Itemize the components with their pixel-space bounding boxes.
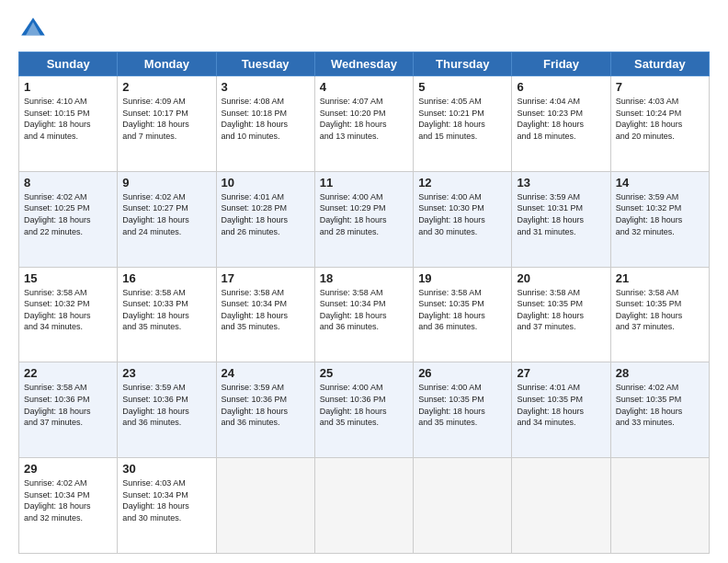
day-info: Sunrise: 4:00 AM Sunset: 10:29 PM Daylig… bbox=[320, 191, 408, 237]
day-number: 29 bbox=[24, 462, 112, 476]
day-number: 9 bbox=[122, 176, 210, 190]
day-number: 18 bbox=[320, 271, 408, 285]
day-info: Sunrise: 3:59 AM Sunset: 10:32 PM Daylig… bbox=[616, 191, 704, 237]
day-number: 20 bbox=[517, 271, 605, 285]
day-number: 5 bbox=[418, 80, 506, 94]
day-cell-25: 25Sunrise: 4:00 AM Sunset: 10:36 PM Dayl… bbox=[314, 362, 413, 458]
week-row-2: 8Sunrise: 4:02 AM Sunset: 10:25 PM Dayli… bbox=[19, 171, 710, 267]
week-row-3: 15Sunrise: 3:58 AM Sunset: 10:32 PM Dayl… bbox=[19, 267, 710, 362]
day-info: Sunrise: 3:58 AM Sunset: 10:32 PM Daylig… bbox=[24, 287, 112, 333]
day-info: Sunrise: 4:01 AM Sunset: 10:28 PM Daylig… bbox=[222, 191, 310, 237]
logo bbox=[18, 15, 51, 44]
calendar-body: 1Sunrise: 4:10 AM Sunset: 10:15 PM Dayli… bbox=[19, 76, 710, 554]
day-info: Sunrise: 4:00 AM Sunset: 10:36 PM Daylig… bbox=[320, 382, 408, 428]
empty-cell bbox=[414, 458, 512, 554]
day-number: 1 bbox=[24, 80, 112, 94]
day-info: Sunrise: 4:02 AM Sunset: 10:25 PM Daylig… bbox=[24, 191, 112, 237]
day-info: Sunrise: 4:00 AM Sunset: 10:35 PM Daylig… bbox=[418, 382, 506, 428]
day-number: 25 bbox=[320, 366, 408, 380]
day-info: Sunrise: 3:58 AM Sunset: 10:35 PM Daylig… bbox=[517, 287, 605, 333]
day-number: 28 bbox=[616, 366, 704, 380]
day-info: Sunrise: 4:07 AM Sunset: 10:20 PM Daylig… bbox=[320, 96, 408, 142]
day-info: Sunrise: 3:58 AM Sunset: 10:33 PM Daylig… bbox=[122, 287, 210, 333]
day-cell-15: 15Sunrise: 3:58 AM Sunset: 10:32 PM Dayl… bbox=[19, 267, 118, 362]
day-cell-9: 9Sunrise: 4:02 AM Sunset: 10:27 PM Dayli… bbox=[118, 171, 216, 267]
day-number: 10 bbox=[222, 176, 310, 190]
day-cell-26: 26Sunrise: 4:00 AM Sunset: 10:35 PM Dayl… bbox=[414, 362, 512, 458]
day-number: 11 bbox=[320, 176, 408, 190]
day-number: 21 bbox=[616, 271, 704, 285]
day-info: Sunrise: 4:05 AM Sunset: 10:21 PM Daylig… bbox=[418, 96, 506, 142]
day-number: 8 bbox=[24, 176, 112, 190]
day-info: Sunrise: 4:10 AM Sunset: 10:15 PM Daylig… bbox=[24, 96, 112, 142]
day-number: 3 bbox=[222, 80, 310, 94]
day-info: Sunrise: 4:01 AM Sunset: 10:35 PM Daylig… bbox=[517, 382, 605, 428]
day-cell-10: 10Sunrise: 4:01 AM Sunset: 10:28 PM Dayl… bbox=[216, 171, 314, 267]
day-info: Sunrise: 4:04 AM Sunset: 10:23 PM Daylig… bbox=[517, 96, 605, 142]
day-header-thursday: Thursday bbox=[414, 52, 512, 76]
day-cell-12: 12Sunrise: 4:00 AM Sunset: 10:30 PM Dayl… bbox=[414, 171, 512, 267]
day-info: Sunrise: 4:09 AM Sunset: 10:17 PM Daylig… bbox=[122, 96, 210, 142]
day-cell-8: 8Sunrise: 4:02 AM Sunset: 10:25 PM Dayli… bbox=[19, 171, 118, 267]
day-info: Sunrise: 3:59 AM Sunset: 10:36 PM Daylig… bbox=[122, 382, 210, 428]
day-info: Sunrise: 3:59 AM Sunset: 10:31 PM Daylig… bbox=[517, 191, 605, 237]
empty-cell bbox=[314, 458, 413, 554]
day-cell-13: 13Sunrise: 3:59 AM Sunset: 10:31 PM Dayl… bbox=[512, 171, 610, 267]
day-number: 30 bbox=[122, 462, 210, 476]
day-cell-21: 21Sunrise: 3:58 AM Sunset: 10:35 PM Dayl… bbox=[610, 267, 709, 362]
day-info: Sunrise: 3:58 AM Sunset: 10:36 PM Daylig… bbox=[24, 382, 112, 428]
day-header-saturday: Saturday bbox=[610, 52, 709, 76]
day-number: 7 bbox=[616, 80, 704, 94]
day-cell-27: 27Sunrise: 4:01 AM Sunset: 10:35 PM Dayl… bbox=[512, 362, 610, 458]
week-row-5: 29Sunrise: 4:02 AM Sunset: 10:34 PM Dayl… bbox=[19, 458, 710, 554]
day-number: 14 bbox=[616, 176, 704, 190]
page: SundayMondayTuesdayWednesdayThursdayFrid… bbox=[0, 0, 728, 563]
day-info: Sunrise: 4:08 AM Sunset: 10:18 PM Daylig… bbox=[222, 96, 310, 142]
empty-cell bbox=[512, 458, 610, 554]
day-info: Sunrise: 4:02 AM Sunset: 10:35 PM Daylig… bbox=[616, 382, 704, 428]
day-number: 22 bbox=[24, 366, 112, 380]
day-info: Sunrise: 4:02 AM Sunset: 10:34 PM Daylig… bbox=[24, 477, 112, 523]
day-number: 13 bbox=[517, 176, 605, 190]
day-info: Sunrise: 3:58 AM Sunset: 10:35 PM Daylig… bbox=[418, 287, 506, 333]
day-cell-14: 14Sunrise: 3:59 AM Sunset: 10:32 PM Dayl… bbox=[610, 171, 709, 267]
day-number: 6 bbox=[517, 80, 605, 94]
day-cell-1: 1Sunrise: 4:10 AM Sunset: 10:15 PM Dayli… bbox=[19, 76, 118, 172]
day-header-friday: Friday bbox=[512, 52, 610, 76]
day-number: 16 bbox=[122, 271, 210, 285]
day-cell-29: 29Sunrise: 4:02 AM Sunset: 10:34 PM Dayl… bbox=[19, 458, 118, 554]
day-info: Sunrise: 4:02 AM Sunset: 10:27 PM Daylig… bbox=[122, 191, 210, 237]
day-cell-28: 28Sunrise: 4:02 AM Sunset: 10:35 PM Dayl… bbox=[610, 362, 709, 458]
day-number: 23 bbox=[122, 366, 210, 380]
day-info: Sunrise: 3:58 AM Sunset: 10:34 PM Daylig… bbox=[320, 287, 408, 333]
empty-cell bbox=[216, 458, 314, 554]
day-info: Sunrise: 4:00 AM Sunset: 10:30 PM Daylig… bbox=[418, 191, 506, 237]
day-cell-22: 22Sunrise: 3:58 AM Sunset: 10:36 PM Dayl… bbox=[19, 362, 118, 458]
day-number: 2 bbox=[122, 80, 210, 94]
day-number: 24 bbox=[222, 366, 310, 380]
day-header-sunday: Sunday bbox=[19, 52, 118, 76]
day-info: Sunrise: 4:03 AM Sunset: 10:34 PM Daylig… bbox=[122, 477, 210, 523]
week-row-4: 22Sunrise: 3:58 AM Sunset: 10:36 PM Dayl… bbox=[19, 362, 710, 458]
day-cell-11: 11Sunrise: 4:00 AM Sunset: 10:29 PM Dayl… bbox=[314, 171, 413, 267]
day-cell-24: 24Sunrise: 3:59 AM Sunset: 10:36 PM Dayl… bbox=[216, 362, 314, 458]
day-cell-19: 19Sunrise: 3:58 AM Sunset: 10:35 PM Dayl… bbox=[414, 267, 512, 362]
week-row-1: 1Sunrise: 4:10 AM Sunset: 10:15 PM Dayli… bbox=[19, 76, 710, 172]
day-number: 19 bbox=[418, 271, 506, 285]
day-cell-23: 23Sunrise: 3:59 AM Sunset: 10:36 PM Dayl… bbox=[118, 362, 216, 458]
day-cell-16: 16Sunrise: 3:58 AM Sunset: 10:33 PM Dayl… bbox=[118, 267, 216, 362]
header bbox=[18, 15, 710, 44]
day-cell-3: 3Sunrise: 4:08 AM Sunset: 10:18 PM Dayli… bbox=[216, 76, 314, 172]
logo-icon bbox=[18, 15, 48, 44]
day-cell-6: 6Sunrise: 4:04 AM Sunset: 10:23 PM Dayli… bbox=[512, 76, 610, 172]
day-cell-17: 17Sunrise: 3:58 AM Sunset: 10:34 PM Dayl… bbox=[216, 267, 314, 362]
header-row: SundayMondayTuesdayWednesdayThursdayFrid… bbox=[19, 52, 710, 76]
day-number: 17 bbox=[222, 271, 310, 285]
day-info: Sunrise: 4:03 AM Sunset: 10:24 PM Daylig… bbox=[616, 96, 704, 142]
day-number: 15 bbox=[24, 271, 112, 285]
day-cell-7: 7Sunrise: 4:03 AM Sunset: 10:24 PM Dayli… bbox=[610, 76, 709, 172]
day-cell-5: 5Sunrise: 4:05 AM Sunset: 10:21 PM Dayli… bbox=[414, 76, 512, 172]
day-info: Sunrise: 3:59 AM Sunset: 10:36 PM Daylig… bbox=[222, 382, 310, 428]
day-header-monday: Monday bbox=[118, 52, 216, 76]
day-number: 4 bbox=[320, 80, 408, 94]
